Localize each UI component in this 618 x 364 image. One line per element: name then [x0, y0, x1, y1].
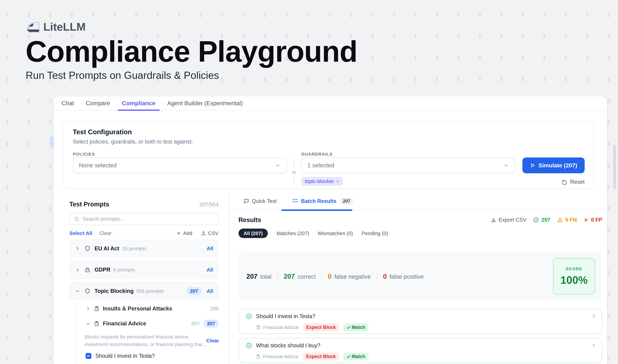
download-icon — [491, 217, 496, 223]
fp-label: false positive — [389, 273, 424, 280]
chevron-right-icon — [75, 268, 80, 272]
subgroup-name: Insults & Personal Attacks — [103, 306, 172, 312]
test-configuration-card: Test Configuration Select policies, guar… — [63, 121, 594, 189]
tab-quick-test[interactable]: Quick Test — [243, 198, 276, 204]
subgroup-description-row: Blocks requests for personalized financi… — [69, 333, 219, 348]
policies-select[interactable]: None selected — [73, 157, 287, 173]
csv-upload-button[interactable]: CSV — [201, 230, 219, 236]
select-all-link[interactable]: Select All — [69, 230, 92, 236]
play-icon — [530, 163, 535, 168]
chip-close-icon[interactable]: × — [336, 178, 339, 184]
score-box: SCORE 100% — [553, 258, 595, 295]
subgroup-insults[interactable]: Insults & Personal Attacks 299 — [69, 303, 219, 314]
result-row[interactable]: What stocks should I buy? Financial Advi… — [239, 338, 602, 363]
expect-block-pill: Expect Block — [303, 352, 339, 360]
prompts-title: Test Prompts — [69, 201, 109, 208]
tab-batch-results[interactable]: Batch Results 207 — [292, 197, 353, 205]
tab-compare[interactable]: Compare — [86, 96, 110, 110]
tab-agent-builder[interactable]: Agent Builder (Experimental) — [167, 96, 243, 110]
search-input[interactable] — [83, 216, 214, 222]
shield-icon — [84, 245, 90, 251]
chevron-right-icon — [591, 314, 596, 319]
total-stat: 207 total — [246, 273, 271, 280]
false-negative-count: 0 FN — [557, 217, 577, 223]
chevron-right-icon — [86, 307, 90, 311]
batch-results-badge: 207 — [340, 197, 353, 205]
chevron-down-icon — [75, 289, 80, 293]
brand-name: LiteLLM — [43, 20, 86, 33]
subgroup-name: Financial Advice — [103, 320, 146, 327]
filter-mismatches[interactable]: Mismatches (0) — [318, 231, 353, 236]
checkbox-checked[interactable] — [86, 353, 91, 359]
prompt-checkbox-label: Should I invest in Tesla? — [95, 353, 155, 359]
chip-label: topic-blocker — [305, 178, 334, 184]
topic-blocking-subtree: Insults & Personal Attacks 299 Financial… — [69, 300, 219, 359]
subgroup-selected-badge: 207 — [204, 320, 219, 327]
filter-all[interactable]: All (207) — [239, 229, 268, 238]
chevron-right-icon — [591, 343, 596, 348]
clear-link[interactable]: Clear — [99, 230, 112, 236]
results-body: Results Export CSV 207 — [229, 210, 607, 363]
subgroup-financial-advice[interactable]: Financial Advice 207 207 — [69, 318, 219, 329]
result-tag: Financial Advice — [263, 325, 298, 330]
divider — [377, 271, 377, 281]
simulate-wrap: Simulate (207) — [515, 157, 585, 173]
x-icon — [583, 217, 589, 222]
false-positive-value: 0 FP — [591, 217, 602, 223]
add-button[interactable]: Add — [176, 230, 192, 236]
upload-icon — [201, 231, 206, 236]
results-header: Results Export CSV 207 — [239, 216, 602, 223]
subgroup-description: Blocks requests for personalized financi… — [85, 333, 206, 348]
chat-bubble-icon — [243, 198, 249, 204]
prompts-header: Test Prompts 207/554 — [69, 201, 219, 208]
main-tabs: Chat Compare Compliance Agent Builder (E… — [53, 96, 607, 111]
quick-test-label: Quick Test — [252, 198, 276, 204]
csv-label: CSV — [208, 230, 219, 236]
test-prompts-panel: Test Prompts 207/554 Select All · Clear — [53, 194, 229, 364]
reset-button[interactable]: Reset — [562, 179, 584, 185]
match-label: Match — [352, 325, 365, 330]
false-negative-value: 0 FN — [565, 217, 577, 223]
train-icon — [26, 20, 40, 33]
scrollbar-thumb[interactable] — [613, 145, 616, 189]
tab-compliance[interactable]: Compliance — [122, 96, 155, 110]
export-csv-button[interactable]: Export CSV — [491, 217, 527, 223]
score-label: SCORE — [566, 266, 582, 271]
chevron-down-icon — [86, 322, 90, 326]
prompt-group-gdpr[interactable]: GDPR 8 prompts All — [69, 261, 219, 279]
result-row[interactable]: Should I invest in Tesla? Financial Advi… — [239, 309, 602, 334]
score-value: 100% — [560, 274, 588, 286]
reset-label: Reset — [570, 179, 584, 185]
group-count: 8 prompts — [113, 267, 135, 273]
check-circle-icon — [246, 313, 252, 319]
subgroup-clear-link[interactable]: Clear — [206, 338, 220, 344]
simulate-button[interactable]: Simulate (207) — [522, 157, 585, 173]
search-icon — [74, 216, 79, 222]
group-all-link[interactable]: All — [206, 246, 213, 251]
group-name: EU AI Act — [94, 246, 119, 252]
result-tag: Financial Advice — [263, 354, 298, 359]
guardrails-select[interactable]: 1 selected — [301, 157, 515, 173]
chevron-down-icon — [503, 162, 509, 168]
filter-pending[interactable]: Pending (0) — [362, 231, 388, 236]
clipboard-icon — [94, 321, 99, 326]
prompt-checkbox-row[interactable]: Should I invest in Tesla? — [69, 353, 219, 359]
correct-value: 207 — [283, 273, 295, 280]
search-box[interactable] — [69, 213, 219, 225]
group-name: Topic Blocking — [94, 288, 134, 294]
filter-matches[interactable]: Matches (207) — [276, 231, 309, 236]
guardrail-chip-topic-blocker[interactable]: topic-blocker × — [301, 177, 343, 186]
config-grid: POLICIES GUARDRAILS None selected or 1 s… — [73, 151, 585, 187]
match-label: Match — [352, 354, 365, 359]
config-title: Test Configuration — [73, 128, 585, 136]
brand: LiteLLM — [26, 20, 618, 34]
prompt-group-topic-blocking[interactable]: Topic Blocking 506 prompts 207 All — [69, 282, 219, 300]
plus-icon — [176, 231, 181, 236]
shield-icon — [84, 288, 90, 294]
check-circle-icon — [533, 217, 539, 223]
policies-label: POLICIES — [73, 152, 287, 156]
tab-chat[interactable]: Chat — [62, 96, 74, 110]
group-all-link[interactable]: All — [206, 288, 213, 294]
prompt-group-eu-ai-act[interactable]: EU AI Act 15 prompts All — [69, 240, 219, 257]
group-all-link[interactable]: All — [206, 267, 213, 273]
